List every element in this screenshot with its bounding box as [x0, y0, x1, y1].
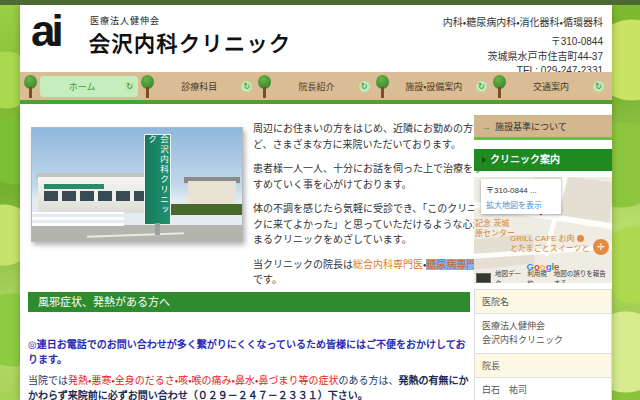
map-poi-memorial[interactable]: 記念 茨城 原センター	[475, 219, 515, 239]
map-card-address: 〒310-0844 ...	[486, 184, 556, 195]
page-title: 会沢内科クリニック	[89, 27, 292, 57]
refresh-circle-icon: ↻	[359, 81, 370, 92]
map-enlarge-link[interactable]: 拡大地図を表示	[486, 199, 556, 210]
nav-tab-label: ホーム	[40, 80, 124, 93]
facility-standards-label: 施設基準について	[495, 122, 567, 132]
leaf-icon	[482, 157, 486, 163]
postal-code: 〒310-0844	[443, 35, 603, 50]
departments-text: 内科・糖尿病内科・消化器科・循環器科	[443, 14, 603, 29]
clinic-guide-title: クリニック案内	[490, 154, 560, 165]
refresh-circle-icon: ↻	[124, 81, 135, 92]
clinic-corp-name: 医療法人健伸会	[482, 319, 604, 333]
map-attribution-bar: 地図データ 利用規約 地図の誤りを報告する	[474, 273, 612, 283]
nav-tab-home[interactable]: ホーム ↻	[40, 76, 138, 97]
photo-neighbor-house	[188, 181, 236, 205]
clinic-logo: ai	[31, 9, 60, 53]
doctor-line-prefix: 当クリニックの院長は	[253, 259, 353, 270]
address-text: 茨城県水戸市住吉町44-37	[443, 50, 603, 65]
sidebar: →施設基準について クリニック案内 〒310-0844 ... 拡大地図を表示 …	[474, 115, 612, 400]
photo-hedge	[170, 204, 242, 215]
arrow-icon: →	[482, 122, 491, 132]
table-header-clinic-name: 医院名	[475, 290, 611, 314]
clinic-sign: 会沢内科クリニック	[144, 134, 171, 225]
map-data-link[interactable]: 地図データ	[495, 268, 523, 283]
site-header: ai 医療法人健伸会 会沢内科クリニック 内科・糖尿病内科・消化器科・循環器科 …	[20, 5, 612, 72]
map-compass-control[interactable]: ✛	[593, 239, 609, 255]
nav-tab-departments[interactable]: 診療科目 ↻	[157, 76, 255, 97]
photo-building-sign-band	[44, 184, 104, 189]
map-terms-link[interactable]: 利用規約	[527, 268, 550, 283]
nav-group: 院長紹介 ↻	[257, 72, 374, 100]
map-layer-toggle-icon[interactable]	[476, 273, 491, 283]
map-poi-label: 記念 茨城	[475, 219, 515, 229]
restaurant-poi-icon	[577, 235, 584, 242]
header-contact-block: 内科・糖尿病内科・消化器科・循環器科 〒310-0844 茨城県水戸市住吉町44…	[443, 14, 603, 79]
doctor-credentials-line: 当クリニックの院長は総合内科専門医・糖尿病専門医です。	[253, 257, 492, 288]
nav-group: ホーム ↻	[23, 72, 140, 100]
table-cell-clinic-name: 医療法人健伸会 会沢内科クリニック	[475, 314, 611, 354]
table-header-director: 院長	[475, 354, 611, 378]
refresh-circle-icon: ↻	[241, 81, 252, 92]
clinic-guide-header: クリニック案内	[474, 149, 612, 171]
nav-group: 交通案内 ↻	[492, 72, 609, 100]
table-cell-director: 白石 祐司	[475, 378, 611, 400]
organization-name: 医療法人健伸会	[90, 14, 160, 27]
refresh-circle-icon: ↻	[476, 81, 487, 92]
map-poi-label: とたまごとスイーツと	[510, 244, 590, 254]
nav-tab-label: 施設・設備案内	[392, 80, 476, 93]
intro-paragraph-1: 周辺にお住まいの方をはじめ、近隣にお勤めの方など、さまざまな方に来院いただいてお…	[253, 121, 492, 152]
nav-tab-access[interactable]: 交通案内 ↻	[509, 76, 607, 97]
map-info-card: 〒310-0844 ... 拡大地図を表示	[481, 179, 561, 214]
notice-part1: 当院では	[28, 375, 68, 386]
main-nav: ホーム ↻ 診療科目 ↻ 院長紹介 ↻ 施設・設備案内 ↻	[20, 72, 612, 104]
tree-icon	[23, 75, 38, 99]
photo-fence	[32, 212, 124, 226]
refresh-circle-icon: ↻	[593, 81, 604, 92]
phone-congestion-notice: ◎連日お電話でのお問い合わせが多く繋がりにくくなっているため皆様にはご不便をおか…	[28, 336, 474, 366]
map-poi-label: GRILL CAFE お肉	[510, 234, 590, 244]
map-poi-label: 原センター	[475, 229, 515, 239]
page-container: ai 医療法人健伸会 会沢内科クリニック 内科・糖尿病内科・消化器科・循環器科 …	[20, 5, 612, 400]
clinic-sign-pole	[155, 223, 160, 235]
tree-icon	[140, 75, 155, 99]
internist-link[interactable]: 総合内科専門医	[353, 259, 423, 270]
top-accent-bar	[0, 0, 640, 5]
nav-group: 施設・設備案内 ↻	[375, 72, 492, 100]
nav-tab-label: 交通案内	[509, 80, 593, 93]
map-report-error-link[interactable]: 地図の誤りを報告する	[554, 268, 610, 283]
nav-tab-facilities[interactable]: 施設・設備案内 ↻	[392, 76, 490, 97]
doctor-line-suffix: です。	[253, 274, 282, 285]
clinic-sign-text: 会沢内科クリニック	[146, 135, 170, 224]
clinic-name: 会沢内科クリニック	[482, 333, 604, 347]
intro-text-block: 周辺にお住まいの方をはじめ、近隣にお勤めの方など、さまざまな方に来院いただいてお…	[253, 121, 492, 297]
nav-tab-director[interactable]: 院長紹介 ↻	[274, 76, 372, 97]
map-poi-cafe[interactable]: GRILL CAFE お肉 とたまごとスイーツと	[510, 234, 590, 254]
photo-building-windows	[44, 191, 156, 201]
notice-part2: のある方は、	[338, 375, 398, 386]
tree-icon	[492, 75, 507, 99]
intro-paragraph-3: 体の不調を感じたら気軽に受診でき、「このクリニックに来てよかった」と思っていただ…	[253, 201, 492, 248]
nav-tab-label: 院長紹介	[274, 80, 358, 93]
notice-symptoms-red: 発熱・悪寒・全身のだるさ・咳・喉の痛み・鼻水・鼻づまり等の症状	[68, 375, 338, 386]
symptom-notice: 当院では発熱・悪寒・全身のだるさ・咳・喉の痛み・鼻水・鼻づまり等の症状のある方は…	[28, 373, 474, 400]
nav-group: 診療科目 ↻	[140, 72, 257, 100]
google-map-embed[interactable]: 〒310-0844 ... 拡大地図を表示 記念 茨城 原センター GRILL …	[474, 177, 612, 283]
facility-standards-link[interactable]: →施設基準について	[474, 115, 612, 140]
fever-banner: 風邪症状、発熱がある方へ	[28, 292, 470, 312]
intro-paragraph-2: 患者様一人一人、十分にお話を伺った上で治療をすすめていく事を心がけております。	[253, 161, 492, 192]
clinic-photo: 会沢内科クリニック	[31, 127, 243, 242]
nav-tab-label: 診療科目	[157, 80, 241, 93]
tree-icon	[375, 75, 390, 99]
tree-icon	[257, 75, 272, 99]
clinic-info-table: 医院名 医療法人健伸会 会沢内科クリニック 院長 白石 祐司 住所	[474, 289, 612, 400]
